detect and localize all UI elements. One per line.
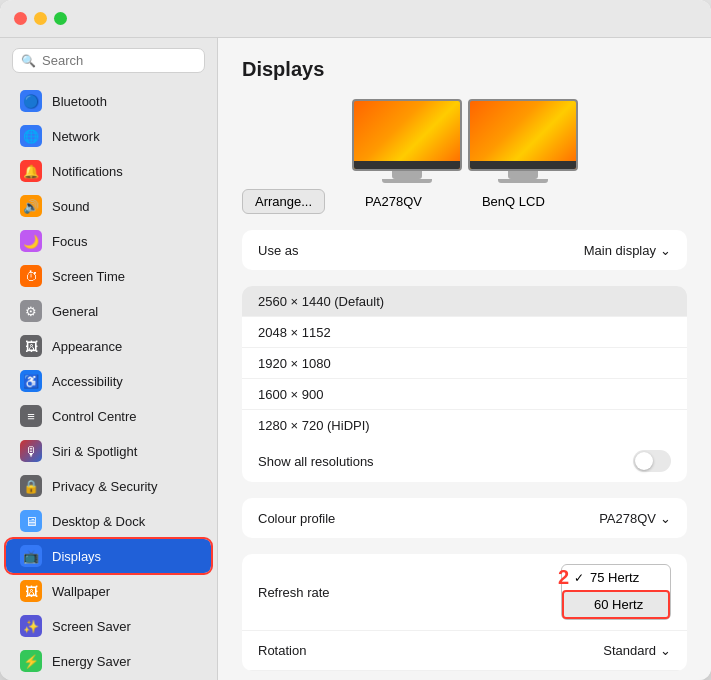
resolution-text: 1280 × 720 (HiDPI) [258,418,370,433]
rotation-row: Rotation Standard ⌄ [242,631,687,671]
sidebar-item-label-notifications: Notifications [52,164,123,179]
search-container: 🔍 [0,38,217,83]
arrange-button[interactable]: Arrange... [242,189,325,214]
show-all-toggle[interactable] [633,450,671,472]
refresh-rate-control: 75 Hertz 60 Hertz [561,564,671,620]
resolution-row[interactable]: 2048 × 1152 [242,317,687,348]
rotation-chevron: ⌄ [660,643,671,658]
resolution-row[interactable]: 2560 × 1440 (Default) [242,286,687,317]
monitor-stand-2 [508,171,538,179]
refresh-rotation-card: Refresh rate 75 Hertz 60 Hertz R [242,554,687,671]
general-icon: ⚙ [20,300,42,322]
sidebar-item-label-desktop: Desktop & Dock [52,514,145,529]
sidebar: 🔍 🔵Bluetooth🌐Network🔔Notifications🔊Sound… [0,38,218,680]
sidebar-item-screentime[interactable]: ⏱Screen Time [6,259,211,293]
sidebar-item-accessibility[interactable]: ♿Accessibility [6,364,211,398]
minimize-button[interactable] [34,12,47,25]
resolution-text: 1600 × 900 [258,387,323,402]
sidebar-item-label-wallpaper: Wallpaper [52,584,110,599]
monitor-pa278qv [352,99,462,183]
titlebar [0,0,711,38]
appearance-icon: 🖼 [20,335,42,357]
siri-icon: 🎙 [20,440,42,462]
refresh-rate-label: Refresh rate [258,585,330,600]
sidebar-item-sound[interactable]: 🔊Sound [6,189,211,223]
screentime-icon: ⏱ [20,265,42,287]
monitor-2-name: BenQ LCD [482,194,545,209]
refresh-dropdown[interactable]: 75 Hertz 60 Hertz [561,564,671,620]
monitor-1-name: PA278QV [365,194,422,209]
sidebar-item-desktop[interactable]: 🖥Desktop & Dock [6,504,211,538]
close-button[interactable] [14,12,27,25]
resolution-row[interactable]: 1280 × 720 (HiDPI) [242,410,687,440]
sidebar-item-label-energysaver: Energy Saver [52,654,131,669]
sidebar-item-label-screensaver: Screen Saver [52,619,131,634]
sidebar-item-bluetooth[interactable]: 🔵Bluetooth [6,84,211,118]
sidebar-item-label-controlcentre: Control Centre [52,409,137,424]
use-as-label: Use as [258,243,298,258]
sidebar-item-label-privacy: Privacy & Security [52,479,157,494]
system-preferences-window: 🔍 🔵Bluetooth🌐Network🔔Notifications🔊Sound… [0,0,711,680]
sidebar-item-screensaver[interactable]: ✨Screen Saver [6,609,211,643]
main-content: 🔍 🔵Bluetooth🌐Network🔔Notifications🔊Sound… [0,38,711,680]
sidebar-item-label-displays: Displays [52,549,101,564]
traffic-lights [14,12,67,25]
wallpaper-icon: 🖼 [20,580,42,602]
sidebar-item-energysaver[interactable]: ⚡Energy Saver [6,644,211,678]
monitor-stand-1 [392,171,422,179]
sidebar-item-notifications[interactable]: 🔔Notifications [6,154,211,188]
sidebar-item-label-screentime: Screen Time [52,269,125,284]
refresh-60hz-label: 60 Hertz [594,597,643,612]
monitor-base-2 [498,179,548,183]
use-as-select[interactable]: Main display ⌄ [584,243,671,258]
resolution-row[interactable]: 1600 × 900 [242,379,687,410]
zoom-button[interactable] [54,12,67,25]
sidebar-item-label-bluetooth: Bluetooth [52,94,107,109]
sidebar-item-network[interactable]: 🌐Network [6,119,211,153]
focus-icon: 🌙 [20,230,42,252]
sidebar-item-label-general: General [52,304,98,319]
sidebar-item-displays[interactable]: 📺Displays [6,539,211,573]
annotation-2: 2 [558,566,569,589]
monitor-display-2[interactable] [468,99,578,171]
search-box[interactable]: 🔍 [12,48,205,73]
notifications-icon: 🔔 [20,160,42,182]
search-input[interactable] [42,53,196,68]
accessibility-icon: ♿ [20,370,42,392]
resolution-row[interactable]: 1920 × 1080 [242,348,687,379]
refresh-75hz-label: 75 Hertz [590,570,639,585]
resolutions-card: 2560 × 1440 (Default)2048 × 11521920 × 1… [242,286,687,482]
sidebar-item-appearance[interactable]: 🖼Appearance [6,329,211,363]
show-all-label: Show all resolutions [258,454,374,469]
sidebar-item-wallpaper[interactable]: 🖼Wallpaper [6,574,211,608]
sidebar-item-siri[interactable]: 🎙Siri & Spotlight [6,434,211,468]
resolution-text: 2048 × 1152 [258,325,331,340]
colour-profile-select[interactable]: PA278QV ⌄ [599,511,671,526]
refresh-rate-row: Refresh rate 75 Hertz 60 Hertz [242,554,687,631]
resolution-text: 1920 × 1080 [258,356,331,371]
content-area: Displays Arrange... PA278QV BenQ LCD [218,38,711,680]
use-as-row: Use as Main display ⌄ [242,230,687,270]
monitors-controls: Arrange... PA278QV BenQ LCD [242,189,687,214]
sidebar-item-label-sound: Sound [52,199,90,214]
sidebar-item-controlcentre[interactable]: ≡Control Centre [6,399,211,433]
monitor-display-1[interactable] [352,99,462,171]
sidebar-item-general[interactable]: ⚙General [6,294,211,328]
sidebar-item-label-siri: Siri & Spotlight [52,444,137,459]
page-title: Displays [242,58,687,81]
sidebar-item-label-accessibility: Accessibility [52,374,123,389]
monitor-base-1 [382,179,432,183]
sidebar-item-focus[interactable]: 🌙Focus [6,224,211,258]
show-all-row: Show all resolutions [242,440,687,482]
rotation-label: Rotation [258,643,306,658]
resolution-list: 2560 × 1440 (Default)2048 × 11521920 × 1… [242,286,687,440]
sidebar-item-privacy[interactable]: 🔒Privacy & Security [6,469,211,503]
rotation-value: Standard [603,643,656,658]
refresh-75hz[interactable]: 75 Hertz [562,565,670,590]
refresh-60hz[interactable]: 60 Hertz [562,590,670,619]
rotation-select[interactable]: Standard ⌄ [603,643,671,658]
sidebar-list: 🔵Bluetooth🌐Network🔔Notifications🔊Sound🌙F… [0,83,217,680]
network-icon: 🌐 [20,125,42,147]
use-as-card: Use as Main display ⌄ [242,230,687,270]
monitors-row [242,99,687,183]
